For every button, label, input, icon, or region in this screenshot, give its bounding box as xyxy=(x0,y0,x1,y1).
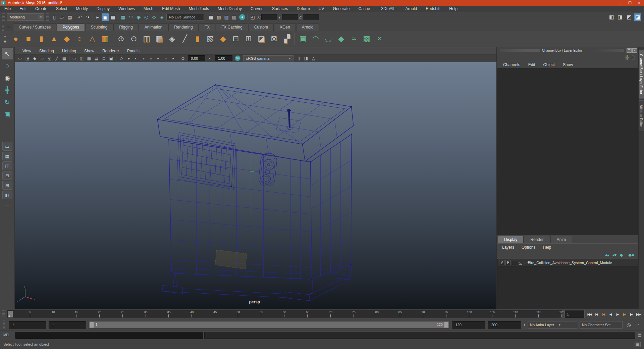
shelf-tab-curves-surfaces[interactable]: Curves / Surfaces xyxy=(13,23,56,31)
layer-create-empty-icon[interactable]: ◆⁺ xyxy=(620,252,625,257)
range-end-handle[interactable] xyxy=(444,322,448,328)
delete-edge-icon[interactable]: ⊠ xyxy=(268,32,280,46)
y-coord-input[interactable] xyxy=(282,14,298,20)
modeling-toolkit-toggle-icon[interactable]: ◧ xyxy=(608,13,615,21)
quad-patch-icon[interactable]: ▧ xyxy=(204,32,217,46)
textured-display-icon[interactable]: ◐ xyxy=(132,55,140,61)
render-sequence-icon[interactable]: ▥ xyxy=(230,13,238,21)
character-set-dropdown[interactable]: No Character Set xyxy=(580,321,623,329)
select-component-icon[interactable]: ▩ xyxy=(109,13,117,21)
menu-item[interactable]: Windows xyxy=(114,6,139,12)
live-surface-field[interactable]: No Live Surface xyxy=(166,14,204,20)
multi-cut-icon[interactable]: ╱ xyxy=(178,32,191,46)
anim-layer-dropdown[interactable]: No Anim Layer▾ xyxy=(528,321,577,329)
channel-box-menu-item[interactable]: Show xyxy=(559,62,577,67)
gate-mask-icon[interactable]: ▩ xyxy=(86,55,93,61)
layer-move-down-icon[interactable]: ◂▾ xyxy=(612,252,616,257)
select-camera-icon[interactable]: ▭ xyxy=(16,55,23,61)
panel-menu-item[interactable]: View xyxy=(18,49,35,53)
shelf-menu-arrow-icon[interactable]: ▾ xyxy=(4,35,6,38)
playback-start-field[interactable]: 1 xyxy=(49,321,86,329)
shadows-icon[interactable]: ◒ xyxy=(147,55,154,61)
close-panel-icon[interactable]: ✕ xyxy=(632,48,637,53)
menu-item[interactable]: Modify xyxy=(71,6,92,12)
multisample-icon[interactable]: ◕ xyxy=(169,55,176,61)
go-to-end-button[interactable]: ▶▶| xyxy=(635,311,642,317)
layer-row[interactable]: V P ◺ ...:Bird_Collision_Avoidance_Syste… xyxy=(498,259,638,266)
combine-icon[interactable]: ◫ xyxy=(140,32,153,46)
boolean-difference-icon[interactable]: ⊖ xyxy=(127,32,140,46)
menu-item[interactable]: Edit Mesh xyxy=(158,6,184,12)
separator[interactable] xyxy=(74,13,76,21)
colorspace-dropdown[interactable]: sRGB gamma ▾ xyxy=(243,55,293,61)
poly-pipe-icon[interactable]: ▥ xyxy=(99,32,111,46)
shelf-tab-fx[interactable]: FX xyxy=(199,23,215,31)
go-to-start-button[interactable]: |◀◀ xyxy=(586,311,593,317)
coords-input-type-icon[interactable]: ◰ xyxy=(249,13,256,21)
layout-persp-outliner[interactable]: ◫ xyxy=(2,161,12,170)
wireframe-model[interactable]: y x z xyxy=(15,62,496,309)
layer-editor-menu-item[interactable]: Help xyxy=(539,245,555,250)
snap-projected-center-icon[interactable]: ◎ xyxy=(143,13,150,21)
menu-item[interactable]: Generate xyxy=(328,6,354,12)
menu-item[interactable]: Curves xyxy=(246,6,268,12)
separator[interactable] xyxy=(92,13,94,21)
menu-item[interactable]: Edit xyxy=(15,6,31,12)
paint-select-tool[interactable]: ◉ xyxy=(2,72,13,84)
menu-item[interactable]: Create xyxy=(31,6,52,12)
sculpt-brush-icon[interactable]: ◡ xyxy=(322,32,335,46)
layout-persp-graph[interactable]: ⊟ xyxy=(2,171,12,180)
tool-settings-toggle-icon[interactable]: ◩ xyxy=(625,13,633,21)
redo-icon[interactable]: ↷ xyxy=(84,13,91,21)
float-panel-icon[interactable]: ❐ xyxy=(627,48,632,53)
chevron-down-icon[interactable]: ▾ xyxy=(524,323,525,327)
shelf-tab-rendering[interactable]: Rendering xyxy=(168,23,198,31)
symmetry-icon[interactable]: × xyxy=(373,32,386,46)
relax-brush-icon[interactable]: ◠ xyxy=(309,32,322,46)
poly-cone-icon[interactable]: ▲ xyxy=(48,32,60,46)
snap-grid-icon[interactable]: ▦ xyxy=(119,13,127,21)
layer-tab-render[interactable]: Render xyxy=(524,236,550,243)
component-grid-icon[interactable]: ▞ xyxy=(280,32,293,46)
layer-tab-display[interactable]: Display xyxy=(498,236,524,243)
safe-title-icon[interactable]: ▣ xyxy=(108,55,115,61)
current-frame-field[interactable]: 1 xyxy=(565,310,585,318)
ipr-render-icon[interactable]: ▨ xyxy=(215,13,222,21)
uv-editor-icon[interactable]: ▩ xyxy=(360,32,373,46)
animation-end-field[interactable]: 200 xyxy=(488,321,521,329)
rotate-tool[interactable]: ↻ xyxy=(2,96,13,108)
separator[interactable] xyxy=(115,55,117,61)
shelf-collapse-icon[interactable]: ─ xyxy=(6,24,12,30)
layer-editor-menu-item[interactable]: Layers xyxy=(498,245,518,250)
contrast-field[interactable]: 1.00 xyxy=(215,55,232,61)
menu-item[interactable]: Help xyxy=(445,6,462,12)
poly-cylinder-icon[interactable]: ▮ xyxy=(35,32,48,46)
insert-edge-loop-icon[interactable]: ⊞ xyxy=(242,32,255,46)
mel-result-field[interactable] xyxy=(204,332,635,339)
lasso-select-tool[interactable]: ◌ xyxy=(2,60,13,71)
menu-item[interactable]: Deform xyxy=(292,6,314,12)
menu-item[interactable]: UV xyxy=(314,6,329,12)
titlebar[interactable]: ▲ Autodesk Maya 2016: untitled* ─ ❐ ✕ xyxy=(0,0,644,6)
xray-icon[interactable]: ◨ xyxy=(303,55,310,61)
z-coord-input[interactable] xyxy=(303,14,319,20)
new-scene-icon[interactable]: ▯ xyxy=(51,13,58,21)
maximize-button[interactable]: ❐ xyxy=(625,0,635,6)
snap-view-plane-icon[interactable]: ◇ xyxy=(150,13,158,21)
grid-toggle-icon[interactable]: ▦ xyxy=(61,55,68,61)
step-back-frame-button[interactable]: |◀ xyxy=(593,311,600,317)
layer-move-up-icon[interactable]: ◂▴ xyxy=(605,252,609,257)
layout-four-view[interactable]: ▦ xyxy=(2,152,12,160)
poly-pyramid-icon[interactable]: △ xyxy=(86,32,99,46)
ambient-occlusion-icon[interactable]: ◓ xyxy=(155,55,162,61)
menu-item[interactable]: Mesh Display xyxy=(213,6,246,12)
menu-item[interactable]: Surfaces xyxy=(268,6,292,12)
layer-create-from-selected-icon[interactable]: ◆● xyxy=(628,252,634,257)
channel-box-menu-item[interactable]: Object xyxy=(539,62,559,67)
separator[interactable] xyxy=(247,13,249,21)
timeline-playhead[interactable]: 1 xyxy=(8,311,13,317)
panel-menu-item[interactable]: Renderer xyxy=(98,49,123,53)
separator[interactable] xyxy=(177,55,179,61)
shelf-tab-xgen[interactable]: XGen xyxy=(274,23,296,31)
shelf-editor-gear-icon[interactable]: ◉ xyxy=(4,40,7,43)
